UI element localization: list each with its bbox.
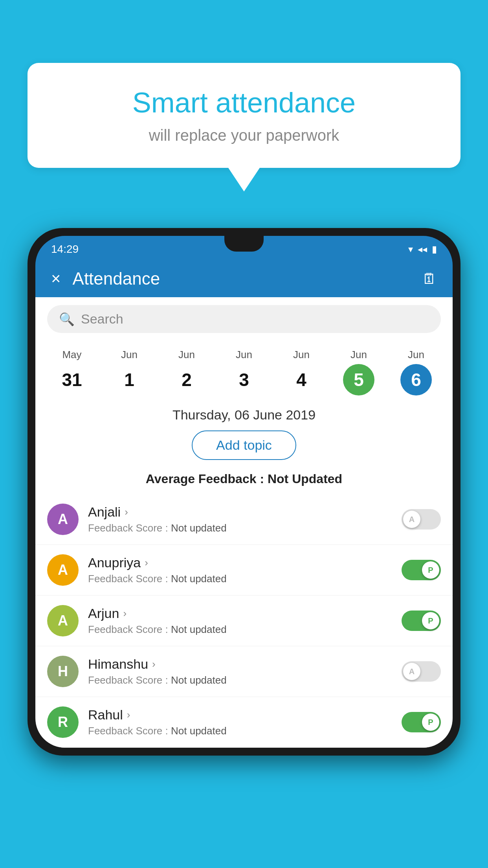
add-topic-container: Add topic [35,427,453,468]
signal-icon: ◂◂ [418,244,427,255]
cal-date-3: 3 [228,364,260,395]
student-avatar-4: R [47,706,79,738]
student-feedback-4: Feedback Score : Not updated [88,725,392,737]
cal-day-6[interactable]: Jun6 [387,349,445,395]
student-row-1[interactable]: AAnupriya ›Feedback Score : Not updatedP [35,545,453,596]
student-chevron-2: › [123,607,127,620]
cal-month-5: Jun [350,349,367,361]
speech-bubble-tail [228,168,260,191]
close-button[interactable]: × [51,269,61,288]
student-feedback-1: Feedback Score : Not updated [88,573,392,585]
cal-month-6: Jun [408,349,424,361]
student-info-2: Arjun ›Feedback Score : Not updated [88,606,392,636]
student-row-2[interactable]: AArjun ›Feedback Score : Not updatedP [35,596,453,646]
student-avatar-0: A [47,504,79,535]
calendar-strip: May31Jun1Jun2Jun3Jun4Jun5Jun6 [35,341,453,399]
battery-icon: ▮ [432,244,437,255]
status-time: 14:29 [51,243,79,256]
status-bar: 14:29 ▾ ◂◂ ▮ [35,236,453,260]
cal-date-5: 5 [343,364,374,395]
attendance-toggle-1[interactable]: P [402,560,441,580]
speech-bubble-subtitle: will replace your paperwork [59,127,429,144]
cal-month-2: Jun [178,349,195,361]
avg-feedback-label: Average Feedback : [146,472,264,486]
student-chevron-0: › [125,506,128,518]
student-name-3: Himanshu › [88,657,392,672]
student-row-0[interactable]: AAnjali ›Feedback Score : Not updatedA [35,494,453,545]
toggle-knob-0: A [403,511,420,528]
cal-date-1: 1 [114,364,145,395]
student-row-4[interactable]: RRahul ›Feedback Score : Not updatedP [35,697,453,748]
toggle-knob-4: P [422,714,439,731]
search-icon: 🔍 [59,312,75,327]
student-name-2: Arjun › [88,606,392,621]
cal-month-4: Jun [293,349,310,361]
search-bar[interactable]: 🔍 Search [47,305,441,333]
toggle-knob-3: A [403,663,420,680]
student-feedback-2: Feedback Score : Not updated [88,623,392,636]
attendance-toggle-3[interactable]: A [402,661,441,682]
speech-bubble: Smart attendance will replace your paper… [28,63,460,168]
cal-day-1[interactable]: Jun1 [101,349,158,395]
student-chevron-4: › [127,709,130,721]
student-info-1: Anupriya ›Feedback Score : Not updated [88,555,392,585]
toggle-container-4[interactable]: P [402,712,441,732]
wifi-icon: ▾ [408,244,413,255]
cal-day-0[interactable]: May31 [43,349,101,395]
student-feedback-0: Feedback Score : Not updated [88,522,392,534]
phone-inner: 14:29 ▾ ◂◂ ▮ × Attendance 🗓 🔍 Search [35,236,453,748]
student-info-3: Himanshu ›Feedback Score : Not updated [88,657,392,686]
toggle-container-0[interactable]: A [402,509,441,530]
cal-day-3[interactable]: Jun3 [215,349,273,395]
notch [224,236,264,252]
add-topic-button[interactable]: Add topic [192,430,296,460]
student-info-4: Rahul ›Feedback Score : Not updated [88,707,392,737]
status-icons: ▾ ◂◂ ▮ [408,244,437,255]
student-name-0: Anjali › [88,504,392,520]
toggle-container-2[interactable]: P [402,611,441,631]
student-avatar-3: H [47,656,79,687]
toggle-container-1[interactable]: P [402,560,441,580]
search-container: 🔍 Search [35,297,453,341]
cal-date-0: 31 [56,364,88,395]
search-input[interactable]: Search [81,311,123,327]
cal-date-2: 2 [171,364,202,395]
student-feedback-3: Feedback Score : Not updated [88,674,392,686]
app-bar-title: Attendance [73,269,422,289]
student-chevron-3: › [152,658,156,670]
speech-bubble-wrapper: Smart attendance will replace your paper… [28,63,460,191]
avg-feedback: Average Feedback : Not Updated [35,468,453,494]
date-header: Thursday, 06 June 2019 [35,399,453,427]
phone: 14:29 ▾ ◂◂ ▮ × Attendance 🗓 🔍 Search [28,228,460,868]
student-avatar-2: A [47,605,79,636]
phone-outer: 14:29 ▾ ◂◂ ▮ × Attendance 🗓 🔍 Search [28,228,460,756]
avg-feedback-value: Not Updated [268,472,342,486]
cal-month-3: Jun [236,349,252,361]
cal-month-0: May [62,349,81,361]
speech-bubble-title: Smart attendance [59,86,429,119]
calendar-icon[interactable]: 🗓 [422,270,437,287]
student-avatar-1: A [47,554,79,586]
cal-date-4: 4 [286,364,317,395]
attendance-toggle-4[interactable]: P [402,712,441,732]
cal-day-4[interactable]: Jun4 [273,349,330,395]
student-chevron-1: › [145,557,148,569]
student-name-4: Rahul › [88,707,392,723]
cal-day-5[interactable]: Jun5 [330,349,387,395]
attendance-toggle-2[interactable]: P [402,611,441,631]
cal-day-2[interactable]: Jun2 [158,349,215,395]
attendance-toggle-0[interactable]: A [402,509,441,530]
student-name-1: Anupriya › [88,555,392,570]
students-list: AAnjali ›Feedback Score : Not updatedAAA… [35,494,453,748]
toggle-knob-2: P [422,612,439,629]
cal-month-1: Jun [121,349,138,361]
student-row-3[interactable]: HHimanshu ›Feedback Score : Not updatedA [35,646,453,697]
app-bar: × Attendance 🗓 [35,260,453,297]
cal-date-6: 6 [400,364,432,395]
toggle-knob-1: P [422,561,439,579]
toggle-container-3[interactable]: A [402,661,441,682]
student-info-0: Anjali ›Feedback Score : Not updated [88,504,392,534]
